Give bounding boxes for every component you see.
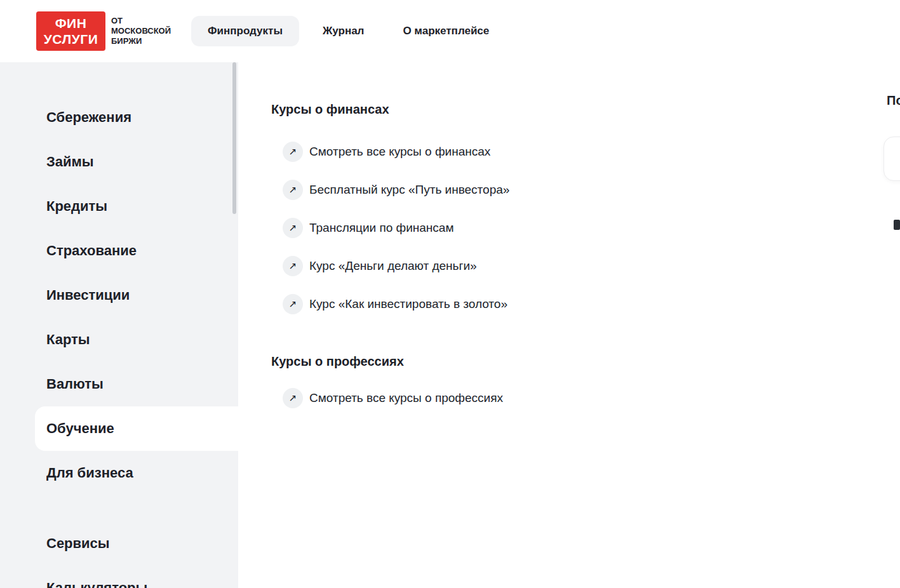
sidebar-item-savings[interactable]: Сбережения (0, 95, 238, 140)
sidebar-item-credits[interactable]: Кредиты (0, 184, 238, 229)
sidebar-item-insurance[interactable]: Страхование (0, 229, 238, 273)
menu-link-label: Курс «Деньги делают деньги» (309, 259, 477, 273)
menu-link-label: Курс «Как инвестировать в золото» (309, 297, 507, 311)
sidebar-item-services[interactable]: Сервисы (0, 521, 238, 566)
sidebar-scrollbar-thumb[interactable] (232, 62, 236, 214)
sidebar-item-education[interactable]: Обучение (35, 406, 238, 451)
top-nav: Финпродукты Журнал О маркетплейсе (191, 16, 489, 46)
site-header: ФИН УСЛУГИ ОТ МОСКОВСКОЙ БИРЖИ Финпродук… (0, 0, 900, 62)
sidebar-item-calculators[interactable]: Калькуляторы (0, 566, 238, 588)
sidebar-spacer (0, 495, 238, 521)
nav-finproducts[interactable]: Финпродукты (191, 16, 299, 46)
nav-about-marketplace[interactable]: О маркетплейсе (403, 25, 489, 37)
arrow-up-right-icon: ↗ (283, 142, 303, 162)
menu-sidebar: Сбережения Займы Кредиты Страхование Инв… (0, 62, 238, 588)
logo-line-1: ФИН (55, 15, 87, 31)
arrow-up-right-icon: ↗ (283, 256, 303, 276)
menu-link-label: Смотреть все курсы о профессиях (309, 391, 503, 405)
arrow-up-right-icon: ↗ (283, 388, 303, 408)
mega-menu: Сбережения Займы Кредиты Страхование Инв… (0, 62, 900, 588)
menu-link[interactable]: ↗ Курс «Как инвестировать в золото» (271, 285, 900, 323)
menu-link-label: Трансляции по финансам (309, 221, 454, 235)
logo-tagline: ОТ МОСКОВСКОЙ БИРЖИ (111, 16, 171, 46)
finuslugi-logo[interactable]: ФИН УСЛУГИ (36, 11, 105, 51)
menu-link[interactable]: ↗ Курс «Деньги делают деньги» (271, 247, 900, 285)
tagline-line: ОТ (111, 16, 171, 26)
sidebar-item-loans[interactable]: Займы (0, 140, 238, 184)
right-panel-partial-card[interactable] (883, 137, 900, 181)
nav-journal[interactable]: Журнал (323, 25, 365, 37)
tagline-line: МОСКОВСКОЙ (111, 26, 171, 36)
menu-link[interactable]: ↗ Смотреть все курсы о профессиях (271, 379, 900, 417)
arrow-up-right-icon: ↗ (283, 180, 303, 200)
menu-link-label: Бесплатный курс «Путь инвестора» (309, 183, 509, 197)
menu-link[interactable]: ↗ Бесплатный курс «Путь инвестора» (271, 171, 900, 209)
logo-line-2: УСЛУГИ (44, 31, 98, 47)
menu-link-label: Смотреть все курсы о финансах (309, 145, 490, 159)
sidebar-item-investments[interactable]: Инвестиции (0, 273, 238, 317)
section-title-profession-courses: Курсы о профессиях (271, 354, 900, 369)
sidebar-item-for-business[interactable]: Для бизнеса (0, 451, 238, 495)
arrow-up-right-icon: ↗ (283, 294, 303, 314)
menu-link[interactable]: ↗ Смотреть все курсы о финансах (271, 133, 900, 171)
menu-link[interactable]: ↗ Трансляции по финансам (271, 209, 900, 247)
right-panel-partial-text-fragment (894, 220, 900, 230)
sidebar-item-currencies[interactable]: Валюты (0, 362, 238, 406)
menu-content: Курсы о финансах ↗ Смотреть все курсы о … (238, 62, 900, 588)
section-title-finance-courses: Курсы о финансах (271, 102, 900, 117)
right-panel-partial-title: По (887, 93, 900, 108)
arrow-up-right-icon: ↗ (283, 218, 303, 238)
sidebar-item-cards[interactable]: Карты (0, 317, 238, 362)
tagline-line: БИРЖИ (111, 36, 171, 46)
